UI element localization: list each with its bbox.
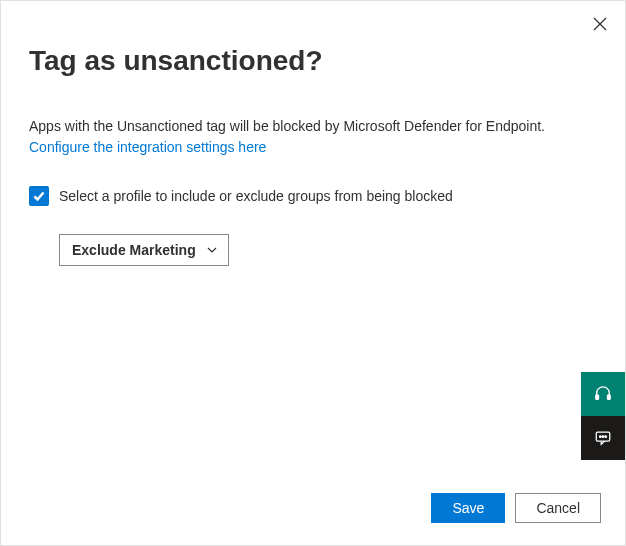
profile-checkbox[interactable] (29, 186, 49, 206)
profile-dropdown-value: Exclude Marketing (72, 242, 196, 258)
checkmark-icon (32, 189, 46, 203)
profile-dropdown[interactable]: Exclude Marketing (59, 234, 229, 266)
cancel-button[interactable]: Cancel (515, 493, 601, 523)
side-actions (581, 372, 625, 460)
save-button[interactable]: Save (431, 493, 505, 523)
configure-integration-link[interactable]: Configure the integration settings here (29, 139, 266, 155)
dialog-footer: Save Cancel (431, 493, 601, 523)
svg-point-6 (602, 436, 604, 438)
close-button[interactable] (589, 13, 611, 38)
headset-icon (594, 385, 612, 403)
svg-point-5 (599, 436, 601, 438)
svg-point-7 (605, 436, 607, 438)
close-icon (593, 17, 607, 31)
chevron-down-icon (206, 244, 218, 256)
unsanctioned-dialog: Tag as unsanctioned? Apps with the Unsan… (1, 1, 625, 545)
svg-rect-3 (608, 395, 611, 400)
feedback-icon (594, 429, 612, 447)
profile-checkbox-label: Select a profile to include or exclude g… (59, 188, 453, 204)
profile-checkbox-row: Select a profile to include or exclude g… (29, 186, 597, 206)
svg-rect-2 (596, 395, 599, 400)
profile-dropdown-wrapper: Exclude Marketing (59, 234, 597, 266)
dialog-description: Apps with the Unsanctioned tag will be b… (29, 117, 597, 137)
feedback-button[interactable] (581, 416, 625, 460)
support-button[interactable] (581, 372, 625, 416)
dialog-title: Tag as unsanctioned? (29, 45, 597, 77)
